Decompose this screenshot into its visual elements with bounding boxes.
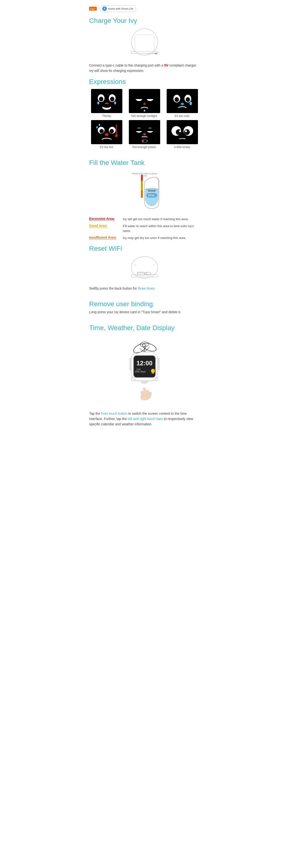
excessive-label: Excessive Area:	[89, 217, 120, 221]
svg-point-12	[99, 97, 103, 101]
svg-line-81	[140, 348, 145, 352]
area-row-insufficient: Insufficient Area: Ivy may get dry too s…	[89, 236, 200, 240]
smart-life-label: works with Smart Life	[108, 7, 134, 10]
svg-point-92	[151, 369, 155, 373]
insufficient-label: Insufficient Area:	[89, 236, 120, 240]
svg-point-34	[181, 103, 184, 105]
smart-life-badge: works with Smart Life	[100, 5, 136, 12]
svg-rect-4	[104, 9, 106, 10]
expression-face-lonely	[167, 120, 198, 144]
time-description: Tap the front touch button to switch the…	[89, 411, 200, 427]
area-row-excessive: Excessive Area: Ivy will get too much wa…	[89, 217, 200, 222]
svg-text:Good: Good	[148, 189, 155, 192]
svg-point-61	[185, 130, 187, 132]
svg-point-58	[179, 130, 181, 132]
svg-text:12:00: 12:00	[137, 360, 153, 367]
svg-rect-20	[129, 89, 160, 113]
reset-image	[89, 255, 200, 282]
svg-rect-53	[147, 141, 148, 142]
time-image: 12:00 TUE 20th-Sept.	[89, 335, 200, 407]
water-tank-diagram: Please add water to about 40mL Good 57mL	[120, 170, 169, 213]
svg-rect-27	[167, 89, 198, 113]
ivy-charge-diagram	[125, 28, 164, 59]
tuya-logo: tuya	[89, 5, 97, 12]
front-touch-button-highlight: front touch button	[101, 411, 128, 415]
svg-point-60	[184, 129, 190, 135]
svg-point-95	[141, 381, 148, 383]
reset-description: Swiftly press the back button for three …	[89, 286, 200, 291]
svg-point-57	[176, 129, 182, 135]
three-times-highlight: three times.	[138, 286, 155, 290]
expression-face-cold	[167, 89, 198, 113]
svg-point-14	[110, 97, 114, 101]
svg-rect-22	[136, 96, 142, 99]
svg-rect-64	[141, 190, 143, 198]
charge-title: Charge Your Ivy	[89, 17, 200, 25]
svg-rect-35	[91, 120, 122, 144]
svg-rect-63	[141, 181, 143, 190]
svg-rect-49	[147, 128, 153, 131]
expression-hot: It's too hot.	[89, 120, 124, 149]
expression-label-lonely: A little lonely.	[174, 145, 190, 149]
svg-rect-98	[146, 390, 149, 397]
expression-label-hot: It's too hot.	[100, 145, 114, 149]
area-legend: Excessive Area: Ivy will get too much wa…	[89, 217, 200, 240]
svg-text:40mL: 40mL	[142, 175, 147, 177]
water-tank-container: Please add water to about 40mL Good 57mL	[89, 170, 200, 213]
svg-point-77	[153, 264, 155, 266]
reset-wifi-diagram	[125, 255, 164, 282]
touch-bars-highlight: left and right touch bars	[128, 417, 163, 421]
good-desc: Fill water to reach within this area to …	[123, 224, 200, 233]
good-label: Good Area:	[89, 224, 120, 227]
insufficient-desc: Ivy may get dry too soon if reaching thi…	[123, 236, 186, 240]
svg-rect-47	[136, 128, 142, 131]
expression-thirsty: Thirsty.	[89, 89, 124, 118]
svg-point-17	[102, 104, 111, 108]
svg-rect-7	[135, 35, 154, 52]
smart-life-icon	[102, 6, 107, 11]
expression-face-thirsty	[91, 89, 122, 113]
charge-image	[89, 28, 200, 59]
reset-wifi-title: Reset WiFi	[89, 245, 200, 252]
expressions-title: Expressions	[89, 78, 200, 86]
svg-point-50	[142, 135, 147, 138]
area-row-good: Good Area: Fill water to reach within th…	[89, 224, 200, 233]
svg-point-41	[96, 126, 98, 128]
expression-power: Not enough power.	[127, 120, 162, 149]
charge-description: Connect a type-c cable to the charging p…	[89, 63, 200, 73]
svg-point-29	[175, 97, 179, 102]
svg-point-42	[99, 124, 100, 126]
svg-point-39	[110, 129, 114, 133]
svg-rect-6	[131, 52, 158, 54]
svg-rect-99	[149, 392, 152, 398]
excessive-desc: Ivy will get too much water if reaching …	[123, 217, 188, 222]
svg-point-44	[115, 134, 118, 137]
expression-face-power	[129, 120, 160, 144]
remove-binding-title: Remove user binding.	[89, 300, 200, 308]
svg-text:tuya: tuya	[90, 7, 95, 10]
expression-face-sunlight	[129, 89, 160, 113]
svg-point-51	[143, 133, 146, 135]
expression-lonely: A little lonely.	[165, 120, 200, 149]
svg-point-32	[189, 102, 192, 105]
svg-point-18	[97, 101, 99, 104]
remove-binding-description: Long press your Ivy device card in "Tuya…	[89, 309, 200, 315]
voltage-highlight: 5V	[164, 63, 168, 67]
tuya-icon: tuya	[89, 5, 97, 12]
svg-text:20th-Sept.: 20th-Sept.	[135, 370, 146, 373]
svg-point-31	[186, 97, 190, 102]
water-tank-title: Fill the Water Tank	[89, 159, 200, 166]
svg-point-37	[100, 129, 104, 133]
svg-rect-93	[130, 358, 132, 370]
svg-point-3	[104, 8, 105, 9]
expression-face-hot	[91, 120, 122, 144]
svg-rect-24	[147, 96, 153, 99]
svg-point-26	[144, 110, 145, 112]
header: tuya works with Smart Life	[89, 5, 200, 12]
svg-point-76	[134, 264, 136, 266]
expressions-grid: Thirsty. Not enough sunlight.	[89, 89, 200, 149]
svg-point-5	[131, 29, 158, 55]
svg-point-40	[105, 133, 109, 136]
expression-cold: It's too cold.	[165, 89, 200, 118]
expression-label-sunlight: Not enough sunlight.	[131, 114, 158, 118]
